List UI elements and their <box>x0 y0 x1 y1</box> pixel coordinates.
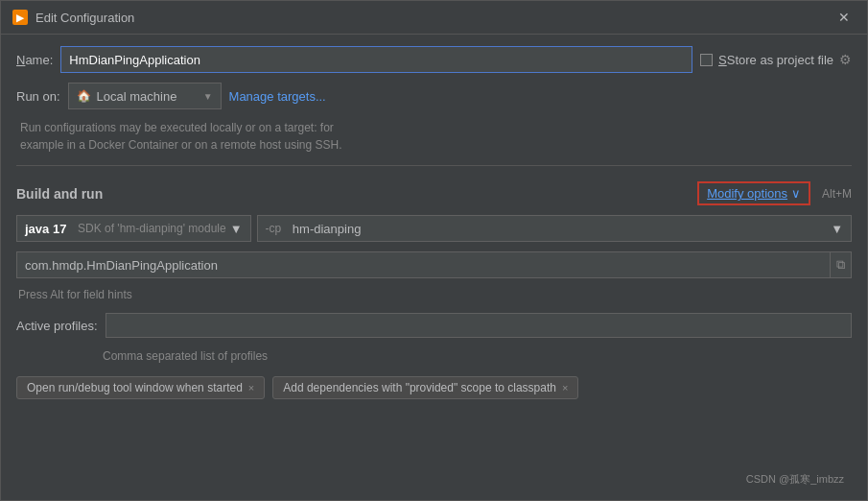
store-project-area: SStore as project file ⚙ <box>700 52 852 67</box>
sdk-row: java 17 SDK of 'hm-dianping' module ▼ -c… <box>16 215 852 242</box>
modify-options-label: Modify options <box>707 186 787 201</box>
name-row: Name: SStore as project file ⚙ <box>16 46 852 73</box>
name-label: Name: <box>16 53 53 67</box>
store-project-label: SStore as project file <box>718 53 833 67</box>
active-profiles-row: Active profiles: <box>16 313 852 338</box>
run-on-hint: Run configurations may be executed local… <box>20 119 852 154</box>
main-class-input[interactable] <box>16 251 831 278</box>
alt-m-hint: Alt+M <box>822 187 852 201</box>
tag-run-debug-label: Open run/debug tool window when started <box>27 381 243 394</box>
modify-options-area: Modify options ∨ Alt+M <box>697 181 852 205</box>
copy-icon: ⧉ <box>836 257 845 273</box>
dialog-title: Edit Configuration <box>35 11 134 25</box>
app-icon: ▶ <box>12 10 28 25</box>
divider <box>16 165 852 166</box>
copy-button[interactable]: ⧉ <box>831 251 852 278</box>
close-button[interactable]: ✕ <box>833 9 856 26</box>
comma-hint: Comma separated list of profiles <box>103 349 852 363</box>
modify-options-button[interactable]: Modify options ∨ <box>697 181 810 205</box>
sdk-chevron: ▼ <box>230 222 243 236</box>
run-on-row: Run on: 🏠 Local machine ▼ Manage targets… <box>16 83 852 109</box>
watermark: CSDN @孤寒_imbzz <box>0 472 856 492</box>
title-bar-left: ▶ Edit Configuration <box>12 10 134 25</box>
tag-run-debug-close[interactable]: × <box>248 382 254 394</box>
tags-row: Open run/debug tool window when started … <box>16 376 852 399</box>
tag-run-debug[interactable]: Open run/debug tool window when started … <box>16 376 265 399</box>
modify-chevron: ∨ <box>791 186 801 201</box>
manage-targets-link[interactable]: Manage targets... <box>229 89 326 104</box>
main-class-row: ⧉ <box>16 251 852 278</box>
sdk-dropdown[interactable]: java 17 SDK of 'hm-dianping' module ▼ <box>16 215 251 242</box>
cp-value: hm-dianping <box>293 222 362 236</box>
run-on-label: Run on: <box>16 89 60 104</box>
alt-hint-text: Press Alt for field hints <box>18 288 852 301</box>
build-and-run-title: Build and run <box>16 186 103 202</box>
tag-add-deps-label: Add dependencies with "provided" scope t… <box>283 381 556 394</box>
sdk-desc: SDK of 'hm-dianping' module <box>78 222 226 235</box>
title-bar: ▶ Edit Configuration ✕ <box>1 1 867 35</box>
active-profiles-input[interactable] <box>106 313 852 338</box>
cp-dropdown[interactable]: -cp hm-dianping ▼ <box>257 215 852 242</box>
name-row-inner: Name: <box>16 46 692 73</box>
store-project-checkbox[interactable] <box>700 54 713 66</box>
dialog-body: Name: SStore as project file ⚙ Run on: 🏠… <box>1 35 867 480</box>
active-profiles-label: Active profiles: <box>16 319 98 333</box>
local-machine-text: Local machine <box>97 89 177 104</box>
tag-add-deps-close[interactable]: × <box>562 382 568 394</box>
cp-prefix: -cp <box>266 222 282 235</box>
cp-chevron: ▼ <box>831 222 843 236</box>
tag-add-deps[interactable]: Add dependencies with "provided" scope t… <box>272 376 578 399</box>
build-and-run-header: Build and run Modify options ∨ Alt+M <box>16 181 852 205</box>
name-input[interactable] <box>60 46 692 73</box>
house-icon: 🏠 <box>77 89 91 103</box>
gear-icon[interactable]: ⚙ <box>839 52 852 67</box>
dropdown-chevron: ▼ <box>203 91 213 102</box>
local-machine-dropdown[interactable]: 🏠 Local machine ▼ <box>68 83 222 109</box>
sdk-version: java 17 <box>25 222 66 236</box>
edit-configuration-dialog: ▶ Edit Configuration ✕ Name: SStore as p… <box>0 0 868 501</box>
